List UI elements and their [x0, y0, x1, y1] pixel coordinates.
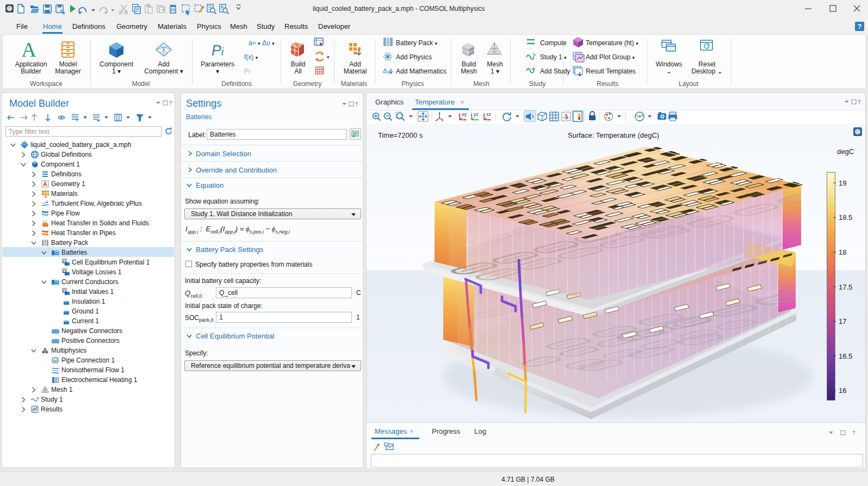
svg-text:A: A: [21, 38, 36, 61]
svg-text:Pi: Pi: [212, 42, 224, 59]
svg-text:yz: yz: [474, 112, 479, 117]
svg-text:▾: ▾: [327, 54, 330, 60]
svg-text:xz: xz: [486, 112, 492, 117]
svg-text:xy: xy: [462, 112, 467, 117]
